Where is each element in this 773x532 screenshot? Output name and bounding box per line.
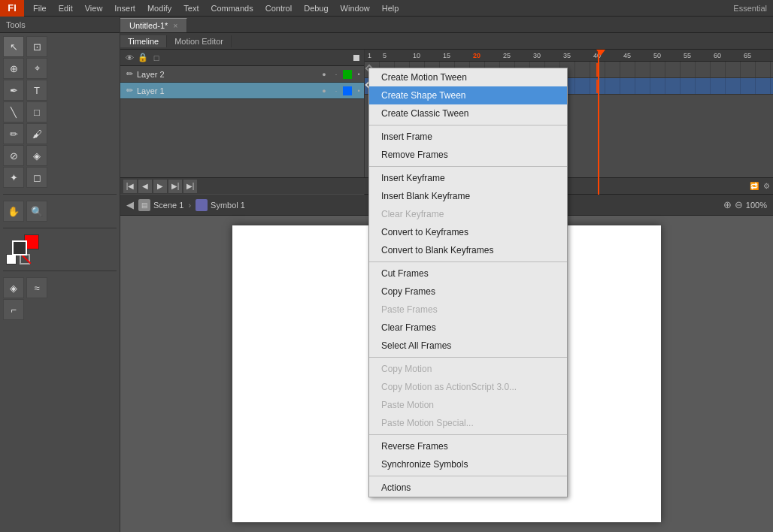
ctx-synchronize-symbols[interactable]: Synchronize Symbols (369, 455, 567, 473)
ctx-paste-frames[interactable]: Paste Frames (369, 301, 567, 319)
layers-toolbar: 👁 🔒 □ (120, 50, 364, 66)
menu-modify[interactable]: Modify (141, 2, 177, 14)
menu-help[interactable]: Help (376, 2, 405, 14)
ctx-divider-3 (369, 261, 567, 262)
menu-insert[interactable]: Insert (108, 2, 141, 14)
snap-tool[interactable]: ◈ (3, 277, 24, 298)
layer-row-2[interactable]: ✏ Layer 2 ● · • (120, 66, 364, 83)
layer1-eye-icon: ● (319, 86, 329, 96)
ctx-copy-motion-as[interactable]: Copy Motion as ActionScript 3.0... (369, 378, 567, 396)
pencil-tool[interactable]: ✏ (3, 123, 24, 144)
symbol1-label: Symbol 1 (211, 201, 245, 210)
menu-text[interactable]: Text (177, 2, 205, 14)
step-forward-button[interactable]: ▶| (168, 180, 182, 193)
ctx-paste-motion-special[interactable]: Paste Motion Special... (369, 414, 567, 432)
ctx-remove-frames[interactable]: Remove Frames (369, 146, 567, 164)
ctx-copy-motion[interactable]: Copy Motion (369, 360, 567, 378)
toolbar-header: Tools (0, 17, 120, 33)
play-button[interactable]: ▶ (153, 180, 167, 193)
brush-tool[interactable]: 🖌 (26, 123, 47, 144)
stroke-color[interactable] (12, 240, 27, 255)
ctx-convert-blank-keyframes[interactable]: Convert to Blank Keyframes (369, 241, 567, 259)
lock-icon: 🔒 (137, 52, 149, 64)
menu-control[interactable]: Control (259, 2, 298, 14)
subselection-tool[interactable]: ⊡ (26, 36, 47, 57)
ctx-insert-frame[interactable]: Insert Frame (369, 128, 567, 146)
layer2-icons: ● · • (319, 69, 364, 80)
layer1-icons: ● · • (319, 86, 364, 96)
hand-tool[interactable]: ✋ (3, 201, 24, 222)
back-button[interactable]: ◀ (126, 199, 134, 210)
zoom-tool[interactable]: 🔍 (26, 201, 47, 222)
scene1-breadcrumb[interactable]: ▤ Scene 1 (138, 199, 183, 211)
lasso-tool[interactable]: ⌖ (26, 58, 47, 79)
ctx-convert-keyframes[interactable]: Convert to Keyframes (369, 223, 567, 241)
zoom-in-icon[interactable]: ⊕ (723, 199, 732, 210)
ctx-create-motion-tween[interactable]: Create Motion Tween (369, 68, 567, 86)
zoom-area: ⊕ ⊖ 100% (723, 199, 767, 210)
ctx-insert-blank-keyframe[interactable]: Insert Blank Keyframe (369, 187, 567, 205)
layer2-name: Layer 2 (137, 70, 317, 79)
ruler-mark-55: 55 (684, 52, 714, 59)
ctx-select-all-frames[interactable]: Select All Frames (369, 337, 567, 355)
menu-commands[interactable]: Commands (205, 2, 259, 14)
inkbottle-tool[interactable]: ⊘ (3, 145, 24, 166)
ruler-mark-5: 5 (383, 52, 413, 59)
pen-tool[interactable]: ✒ (3, 80, 24, 101)
rect-tool[interactable]: □ (26, 101, 47, 122)
layer2-pencil-icon: ✏ (123, 68, 135, 80)
timeline-tab[interactable]: Timeline (120, 35, 167, 47)
layer-frame-indicator (353, 55, 359, 61)
ctx-paste-motion[interactable]: Paste Motion (369, 396, 567, 414)
free-transform-tool[interactable]: ⊕ (3, 58, 24, 79)
line-tool[interactable]: ╲ (3, 101, 24, 122)
document-tabs: Untitled-1* × (120, 17, 773, 33)
ctx-clear-keyframe[interactable]: Clear Keyframe (369, 205, 567, 223)
app-logo: Fl (0, 0, 24, 17)
layers-panel: 👁 🔒 □ ✏ Layer 2 ● · • (120, 50, 365, 195)
eraser-tool[interactable]: ◻ (26, 167, 47, 188)
ctx-insert-keyframe[interactable]: Insert Keyframe (369, 169, 567, 187)
motion-editor-tab[interactable]: Motion Editor (167, 35, 232, 47)
ruler-mark-10: 10 (413, 52, 443, 59)
reset-white[interactable] (6, 254, 17, 264)
layer2-lock-icon: · (331, 69, 341, 80)
step-back-button[interactable]: ◀ (138, 180, 152, 193)
go-end-button[interactable]: ▶| (183, 180, 197, 193)
layer-row-1[interactable]: ✏ Layer 1 ● · • (120, 83, 364, 99)
menu-debug[interactable]: Debug (298, 2, 334, 14)
document-tab[interactable]: Untitled-1* × (120, 18, 187, 32)
zoom-value: 100% (746, 201, 767, 210)
menu-window[interactable]: Window (335, 2, 376, 14)
menu-edit[interactable]: Edit (53, 2, 79, 14)
zoom-out-icon[interactable]: ⊖ (735, 199, 743, 210)
menu-file[interactable]: File (27, 2, 53, 14)
selection-tool[interactable]: ↖ (3, 36, 24, 57)
toolbar-divider-2 (3, 228, 117, 228)
no-color[interactable] (20, 254, 30, 264)
text-tool[interactable]: T (26, 80, 47, 101)
ctx-divider-4 (369, 357, 567, 358)
ctx-actions[interactable]: Actions (369, 479, 567, 497)
straighten-tool[interactable]: ⌐ (3, 299, 24, 320)
menu-view[interactable]: View (79, 2, 109, 14)
ctx-divider-6 (369, 476, 567, 476)
toolbar-divider-3 (3, 271, 117, 271)
smooth-tool[interactable]: ≈ (26, 277, 47, 298)
ctx-divider-2 (369, 166, 567, 167)
ruler-mark-1: 1 (368, 52, 383, 59)
ctx-create-classic-tween[interactable]: Create Classic Tween (369, 104, 567, 122)
document-tab-close[interactable]: × (173, 22, 177, 30)
ctx-create-shape-tween[interactable]: Create Shape Tween (369, 86, 567, 104)
playhead-line (598, 50, 599, 195)
ruler-mark-35: 35 (563, 52, 593, 59)
symbol1-breadcrumb[interactable]: Symbol 1 (196, 199, 245, 211)
eyedropper-tool[interactable]: ✦ (3, 167, 24, 188)
symbol1-icon (196, 199, 208, 211)
ctx-cut-frames[interactable]: Cut Frames (369, 264, 567, 283)
paint-bucket-tool[interactable]: ◈ (26, 145, 47, 166)
go-start-button[interactable]: |◀ (123, 180, 137, 193)
ctx-clear-frames[interactable]: Clear Frames (369, 319, 567, 337)
ctx-reverse-frames[interactable]: Reverse Frames (369, 437, 567, 455)
ctx-copy-frames[interactable]: Copy Frames (369, 283, 567, 301)
